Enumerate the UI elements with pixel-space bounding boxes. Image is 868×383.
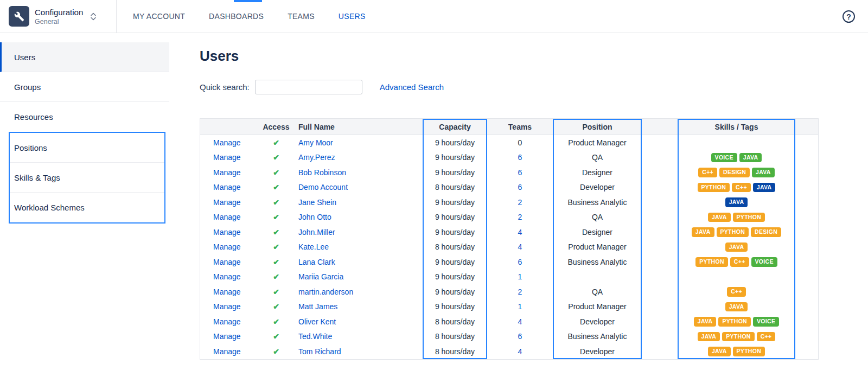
- sidebar-item-workload-schemes[interactable]: Workload Schemes: [10, 193, 164, 222]
- access-check-icon: ✔: [273, 317, 279, 326]
- nav-dashboards[interactable]: DASHBOARDS: [209, 12, 264, 21]
- manage-link[interactable]: Manage: [213, 183, 241, 192]
- teams-count-link[interactable]: 4: [518, 228, 522, 237]
- teams-count-link[interactable]: 6: [518, 153, 522, 162]
- teams-cell: 0: [486, 135, 554, 150]
- user-name-link[interactable]: Bob Robinson: [298, 168, 346, 177]
- manage-link[interactable]: Manage: [213, 198, 241, 207]
- user-name-link[interactable]: John.Miller: [298, 228, 335, 237]
- manage-link[interactable]: Manage: [213, 288, 241, 296]
- app-switcher[interactable]: Configuration General: [0, 6, 116, 27]
- manage-link[interactable]: Manage: [213, 213, 241, 221]
- sidebar-item-positions[interactable]: Positions: [10, 133, 164, 163]
- manage-link[interactable]: Manage: [213, 332, 241, 341]
- trailing-cell: [794, 135, 818, 150]
- position-cell: QA: [554, 150, 641, 165]
- header-position: Position: [554, 119, 641, 135]
- user-name-link[interactable]: Demo Account: [298, 183, 348, 192]
- access-check-icon: ✔: [273, 168, 279, 177]
- chevron-updown-icon[interactable]: [90, 12, 97, 21]
- teams-count-link[interactable]: 4: [518, 317, 522, 326]
- access-cell: ✔: [257, 254, 295, 270]
- table-row: Manage✔Matt James9 hours/day1Product Man…: [200, 299, 818, 315]
- spacer-cell: [641, 180, 679, 195]
- teams-count-link[interactable]: 2: [518, 198, 522, 207]
- manage-link[interactable]: Manage: [213, 153, 241, 162]
- manage-link[interactable]: Manage: [213, 168, 241, 177]
- manage-link[interactable]: Manage: [213, 258, 241, 266]
- nav-teams[interactable]: TEAMS: [288, 12, 315, 21]
- sidebar-item-users[interactable]: Users: [0, 42, 169, 72]
- teams-count-link[interactable]: 6: [518, 168, 522, 177]
- capacity-cell: 8 hours/day: [424, 240, 486, 255]
- spacer-cell: [641, 240, 679, 255]
- manage-link[interactable]: Manage: [213, 272, 241, 281]
- page-title: Users: [200, 48, 845, 65]
- nav-users[interactable]: USERS: [339, 12, 366, 21]
- skill-tag: JAVA: [708, 347, 731, 356]
- user-name-link[interactable]: Tom Richard: [298, 347, 341, 356]
- spacer-cell: [641, 165, 679, 180]
- user-name-link[interactable]: Kate.Lee: [298, 242, 329, 251]
- user-name-link[interactable]: Lana Clark: [298, 258, 335, 266]
- skill-tag: C++: [727, 287, 746, 297]
- teams-count-link[interactable]: 6: [518, 258, 522, 266]
- manage-cell: Manage: [200, 150, 257, 165]
- tags-cell: C++: [679, 284, 794, 299]
- teams-count-link[interactable]: 6: [518, 332, 522, 341]
- skill-tag: JAVA: [708, 213, 731, 222]
- access-check-icon: ✔: [273, 228, 279, 237]
- trailing-cell: [794, 299, 818, 315]
- fullname-cell: Oliver Kent: [295, 314, 424, 329]
- quick-search-input[interactable]: [255, 80, 362, 94]
- sidebar-item-label: Users: [14, 53, 35, 62]
- user-name-link[interactable]: Amy.Perez: [298, 153, 335, 162]
- fullname-cell: John Otto: [295, 210, 424, 225]
- spacer-cell: [641, 329, 679, 344]
- user-name-link[interactable]: martin.anderson: [298, 288, 353, 296]
- user-name-link[interactable]: Mariia Garcia: [298, 272, 343, 281]
- skill-tag: PYTHON: [722, 332, 755, 342]
- skill-tag: PYTHON: [733, 347, 765, 356]
- trailing-cell: [794, 284, 818, 299]
- spacer-cell: [641, 210, 679, 225]
- fullname-cell: Kate.Lee: [295, 240, 424, 255]
- teams-count-link[interactable]: 1: [518, 272, 522, 281]
- teams-count-link[interactable]: 2: [518, 213, 522, 221]
- fullname-cell: Bob Robinson: [295, 165, 424, 180]
- teams-count-link[interactable]: 2: [518, 288, 522, 296]
- manage-link[interactable]: Manage: [213, 138, 241, 147]
- table-row: Manage✔Kate.Lee8 hours/day4Product Manag…: [200, 240, 818, 255]
- manage-link[interactable]: Manage: [213, 317, 241, 326]
- spacer-cell: [641, 225, 679, 240]
- sidebar-item-skills-tags[interactable]: Skills & Tags: [10, 163, 164, 193]
- table-row: Manage✔Ted.White8 hours/day6Business Ana…: [200, 329, 818, 344]
- teams-count-link[interactable]: 6: [518, 183, 522, 192]
- user-name-link[interactable]: Ted.White: [298, 332, 332, 341]
- teams-count-link[interactable]: 4: [518, 242, 522, 251]
- manage-link[interactable]: Manage: [213, 242, 241, 251]
- manage-cell: Manage: [200, 180, 257, 195]
- sidebar-item-groups[interactable]: Groups: [0, 72, 169, 102]
- user-name-link[interactable]: Oliver Kent: [298, 317, 336, 326]
- user-name-link[interactable]: Jane Shein: [298, 198, 336, 207]
- advanced-search-link[interactable]: Advanced Search: [380, 82, 444, 92]
- user-name-link[interactable]: Amy Moor: [298, 138, 333, 147]
- manage-link[interactable]: Manage: [213, 228, 241, 237]
- sidebar: Users Groups Resources Positions Skills …: [0, 34, 169, 224]
- user-name-link[interactable]: Matt James: [298, 302, 337, 311]
- tags-cell: JAVA: [679, 195, 794, 210]
- skill-tag: JAVA: [725, 242, 748, 252]
- teams-count-link[interactable]: 1: [518, 302, 522, 311]
- nav-my-account[interactable]: MY ACCOUNT: [133, 12, 185, 21]
- help-button[interactable]: ?: [843, 10, 855, 23]
- skill-tag: JAVA: [725, 302, 748, 312]
- manage-link[interactable]: Manage: [213, 347, 241, 356]
- manage-link[interactable]: Manage: [213, 302, 241, 311]
- teams-count-link[interactable]: 4: [518, 347, 522, 356]
- table-row: Manage✔Lana Clark9 hours/day6Business An…: [200, 254, 818, 270]
- manage-cell: Manage: [200, 299, 257, 315]
- sidebar-item-resources[interactable]: Resources: [0, 102, 169, 132]
- user-name-link[interactable]: John Otto: [298, 213, 331, 221]
- spacer-cell: [641, 254, 679, 270]
